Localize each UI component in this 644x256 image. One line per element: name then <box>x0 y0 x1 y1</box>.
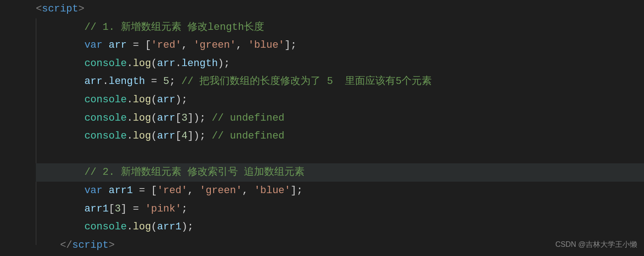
code-line: console.log(arr[4]); // undefined <box>36 127 644 145</box>
code-line: // 1. 新增数组元素 修改length长度 <box>36 18 644 37</box>
watermark: CSDN @吉林大学王小懒 <box>555 238 637 251</box>
code-line: var arr1 = ['red', 'green', 'blue']; <box>36 182 644 200</box>
code-line: console.log(arr1); <box>36 218 644 236</box>
code-line: arr.length = 5; // 把我们数组的长度修改为了 5 里面应该有5… <box>36 72 644 91</box>
code-line: arr1[3] = 'pink'; <box>36 200 644 218</box>
code-line-highlighted: // 2. 新增数组元素 修改索引号 追加数组元素 <box>36 163 644 182</box>
code-line: console.log(arr); <box>36 91 644 109</box>
code-line: <script> <box>36 0 644 18</box>
code-line: console.log(arr.length); <box>36 55 644 73</box>
code-editor[interactable]: <script> // 1. 新增数组元素 修改length长度 var arr… <box>0 0 644 254</box>
code-line: var arr = ['red', 'green', 'blue']; <box>36 36 644 55</box>
code-line: console.log(arr[3]); // undefined <box>36 109 644 128</box>
code-line: </script> <box>36 236 644 255</box>
code-line-blank <box>36 145 644 164</box>
